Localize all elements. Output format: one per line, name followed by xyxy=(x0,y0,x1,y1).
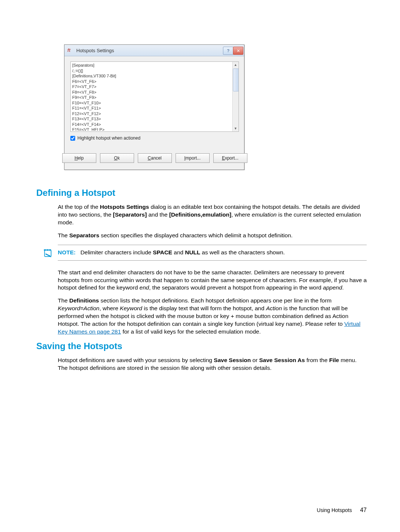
text-bold: SPACE xyxy=(153,249,172,255)
paragraph: Hotspot definitions are saved with your … xyxy=(58,357,367,372)
text-italic: Action xyxy=(266,305,282,311)
text-italic: emulation xyxy=(252,211,277,218)
text: section specifies the displayed characte… xyxy=(99,232,293,238)
svg-rect-4 xyxy=(49,249,51,251)
highlight-checkbox-label: Highlight hotspot when actioned xyxy=(77,135,140,141)
heading-defining-hotspot: Defining a Hotspot xyxy=(36,188,367,198)
text: from the xyxy=(305,357,329,363)
text: The xyxy=(58,297,69,304)
text: At the top of the xyxy=(58,204,100,210)
text-italic: Keyword=Action xyxy=(58,305,99,311)
text: as well as the characters shown. xyxy=(200,249,285,255)
text-bold: Hotspots Settings xyxy=(100,204,149,210)
dialog-button-row: Help Ok Cancel Import... Export... xyxy=(70,153,239,163)
page-number: 47 xyxy=(360,507,367,513)
scroll-up-icon[interactable]: ▲ xyxy=(233,62,239,68)
window-buttons: ? ✕ xyxy=(223,47,243,54)
paragraph: The start and end delimiter characters d… xyxy=(58,269,367,292)
help-icon[interactable]: ? xyxy=(223,47,233,55)
text: for a list of valid keys for the selecte… xyxy=(121,328,261,335)
highlight-checkbox[interactable] xyxy=(70,136,75,141)
footer-label: Using Hotspots xyxy=(317,507,352,513)
text-italic: end xyxy=(140,284,149,291)
svg-rect-3 xyxy=(47,249,49,251)
close-icon[interactable]: ✕ xyxy=(233,47,243,55)
export-button[interactable]: Export... xyxy=(213,153,247,163)
paragraph: At the top of the Hotspots Settings dial… xyxy=(58,203,367,227)
text: Delimiter characters include xyxy=(80,249,153,255)
dialog-title: Hotspots Settings xyxy=(76,48,223,53)
note-block: NOTE: Delimiter characters include SPACE… xyxy=(58,245,367,261)
svg-text:ft: ft xyxy=(67,48,71,53)
page-footer: Using Hotspots 47 xyxy=(317,507,367,513)
note-icon xyxy=(43,248,53,258)
help-button[interactable]: Help xyxy=(62,153,96,163)
text-italic: append xyxy=(323,284,342,291)
dialog-titlebar: ft Hotspots Settings ? ✕ xyxy=(64,45,244,56)
heading-saving-hotspots: Saving the Hotspots xyxy=(36,341,367,351)
ok-button[interactable]: Ok xyxy=(100,153,134,163)
paragraph: The Definitions section lists the hotspo… xyxy=(58,297,367,336)
cancel-button[interactable]: Cancel xyxy=(138,153,172,163)
text: , where xyxy=(231,211,252,218)
scroll-thumb[interactable] xyxy=(233,68,239,91)
text-bold: [Separators] xyxy=(113,211,147,218)
text: is the display text that will form the h… xyxy=(142,305,266,311)
document-page: ft Hotspots Settings ? ✕ [Separators] /,… xyxy=(0,0,400,532)
text: Hotspot definitions are saved with your … xyxy=(58,357,214,363)
text-bold: Save Session As xyxy=(259,357,305,363)
paragraph: The Separators section specifies the dis… xyxy=(58,232,367,240)
text: and the xyxy=(147,211,169,218)
text-bold: NULL xyxy=(185,249,200,255)
highlight-checkbox-row[interactable]: Highlight hotspot when actioned xyxy=(70,135,239,141)
text-bold: [Definitions,emulation] xyxy=(169,211,231,218)
hotspots-settings-dialog: ft Hotspots Settings ? ✕ [Separators] /,… xyxy=(64,44,244,170)
text: section lists the hotspot definitions. E… xyxy=(99,297,331,304)
definitions-text: [Separators] /,:=()[] [Definitions,VT300… xyxy=(72,63,232,131)
text: and xyxy=(172,249,185,255)
text xyxy=(77,249,81,255)
app-logo-icon: ft xyxy=(67,47,74,54)
text: The xyxy=(58,232,69,238)
text-bold: Definitions xyxy=(69,297,99,304)
text: , the separators would prevent a hotspot… xyxy=(149,284,323,291)
text: or xyxy=(251,357,259,363)
svg-rect-2 xyxy=(44,249,46,251)
definitions-textarea[interactable]: [Separators] /,:=()[] [Definitions,VT300… xyxy=(70,61,239,132)
text: . xyxy=(342,284,344,291)
dialog-body: [Separators] /,:=()[] [Definitions,VT300… xyxy=(64,56,244,170)
text-bold: Separators xyxy=(69,232,99,238)
scroll-down-icon[interactable]: ▼ xyxy=(233,126,239,131)
note-label: NOTE: xyxy=(58,249,76,255)
import-button[interactable]: Import... xyxy=(176,153,210,163)
text-italic: Keyword xyxy=(120,305,142,311)
text-bold: File xyxy=(329,357,339,363)
text: , where xyxy=(99,305,120,311)
text-bold: Save Session xyxy=(214,357,251,363)
vertical-scrollbar[interactable]: ▲ ▼ xyxy=(232,62,239,131)
